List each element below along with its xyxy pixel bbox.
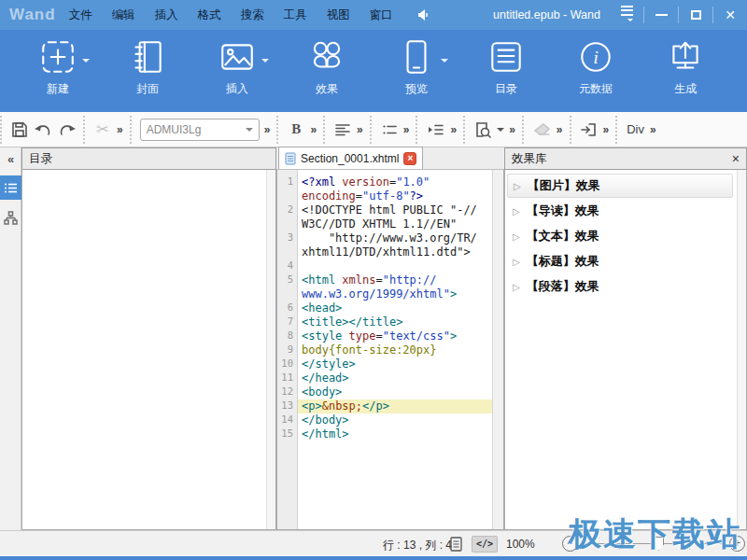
code-line[interactable]: www.w3.org/1999/xhtml"> [298,287,492,301]
expand-triangle-icon[interactable]: ▷ [514,181,521,191]
code-line[interactable]: body{font-size:20px} [298,343,492,357]
font-family-select[interactable]: ADMUI3Lg [140,119,260,141]
code-line[interactable] [298,259,492,273]
editor-tabbar: Section_0001.xhtml × [276,147,504,170]
tab-close-button[interactable]: × [403,152,416,165]
code-line[interactable]: W3C//DTD XHTML 1.1//EN" [298,217,492,231]
code-line[interactable]: </html> [298,427,492,441]
hamburger-icon [621,6,633,25]
code-line[interactable]: "http://www.w3.org/TR/ [298,231,492,245]
overflow-chevron[interactable]: » [447,123,459,136]
overflow-chevron[interactable]: » [307,123,319,136]
toc-panel-body[interactable] [21,170,276,530]
code-line[interactable]: encoding="utf-8"?> [298,189,492,203]
expand-triangle-icon[interactable]: ▷ [513,257,520,267]
overflow-chevron[interactable]: » [354,123,366,136]
new-button[interactable]: 新建 [13,35,103,107]
document-view-button[interactable] [450,537,462,555]
chevron-down-icon[interactable] [82,59,90,66]
metadata-button[interactable]: i 元数据 [551,35,641,107]
menu-insert[interactable]: 插入 [155,7,178,23]
insert-break-group: » [570,116,616,144]
window-bottom-border [0,556,747,560]
overflow-chevron[interactable]: » [114,123,126,136]
effects-item-guide[interactable]: ▷ 【导读】效果 [507,199,733,223]
menu-edit[interactable]: 编辑 [112,7,135,23]
minimize-button[interactable] [644,0,678,30]
overflow-chevron[interactable]: » [647,123,659,136]
quick-menu-button[interactable] [610,0,643,30]
code-area[interactable]: 123456789101112131415 <?xml version="1.0… [276,170,504,530]
chevron-down-icon[interactable] [441,59,448,66]
code-line[interactable]: </style> [298,357,492,371]
editor-scrollbar[interactable] [492,170,503,529]
insert-into-button[interactable] [578,118,600,142]
code-line[interactable]: <!DOCTYPE html PUBLIC "-// [298,203,492,217]
menu-tools[interactable]: 工具 [284,7,307,23]
overflow-chevron[interactable]: » [554,123,566,136]
overflow-chevron[interactable]: » [261,123,274,136]
overflow-chevron[interactable]: » [401,123,413,136]
effects-panel-close-button[interactable]: × [732,151,740,166]
collapse-panel-button[interactable]: « [0,147,21,170]
effects-item-image[interactable]: ▷ 【图片】效果 [507,174,733,198]
chevron-down-icon[interactable] [261,59,269,66]
search-document-button[interactable] [472,118,495,142]
tab-section-0001[interactable]: Section_0001.xhtml × [278,147,423,169]
bullet-list-button[interactable] [378,118,401,142]
structure-view-button[interactable] [0,205,21,230]
insert-button[interactable]: 插入 [192,35,282,107]
effects-icon [307,35,346,79]
menu-file[interactable]: 文件 [69,7,92,23]
toc-view-button[interactable] [0,175,21,200]
cut-button[interactable]: ✂ [92,118,114,142]
effects-item-title[interactable]: ▷ 【标题】效果 [507,249,733,273]
bold-button[interactable]: B [285,118,307,142]
code-view-button[interactable]: </> [472,536,498,553]
toc-button[interactable]: 目录 [461,35,551,107]
code-line[interactable]: </head> [298,371,492,385]
cursor-position-label: 行 : 13 , 列 : 4 [383,538,452,553]
maximize-button[interactable] [679,0,712,30]
menu-search[interactable]: 搜索 [241,7,264,23]
effects-scrollbar[interactable] [737,170,746,529]
code-line-current[interactable]: <p>&nbsp;</p> [298,399,492,413]
code-line[interactable]: <?xml version="1.0" [298,175,492,189]
code-lines[interactable]: <?xml version="1.0"encoding="utf-8"?><!D… [298,170,492,529]
undo-button[interactable] [31,118,55,142]
generate-button[interactable]: 生成 [641,35,730,107]
redo-button[interactable] [55,118,79,142]
save-button[interactable] [8,118,31,142]
close-button[interactable]: ✕ [713,0,747,30]
indent-button[interactable] [424,118,447,142]
speaker-icon[interactable] [417,8,430,21]
menu-window[interactable]: 窗口 [370,7,393,23]
code-line[interactable]: <html xmlns="http:// [298,273,492,287]
code-line[interactable]: <title></title> [298,315,492,329]
toc-scrollbar[interactable] [266,170,275,529]
overflow-chevron[interactable]: » [506,123,518,136]
overflow-chevron[interactable]: » [600,123,613,136]
code-line[interactable]: <head> [298,301,492,315]
preview-button[interactable]: 预览 [372,35,461,107]
div-button[interactable]: Div [624,118,647,142]
menu-format[interactable]: 格式 [198,7,221,23]
code-line[interactable]: xhtml11/DTD/xhtml11.dtd"> [298,245,492,259]
line-number: 5 [277,273,297,287]
effects-button[interactable]: 效果 [282,35,372,107]
cover-button[interactable]: 封面 [103,35,192,107]
expand-triangle-icon[interactable]: ▷ [513,282,520,292]
eraser-icon[interactable] [530,118,554,142]
code-line[interactable]: </body> [298,413,492,427]
align-left-button[interactable] [331,118,354,142]
expand-triangle-icon[interactable]: ▷ [513,206,520,217]
code-line[interactable]: <style type="text/css"> [298,329,492,343]
expand-triangle-icon[interactable]: ▷ [513,231,520,242]
effects-panel: 效果库 × ▷ 【图片】效果 ▷ 【导读】效果 ▷ 【文本】效果 [504,147,747,530]
chevron-down-icon[interactable] [497,128,504,135]
line-number: 14 [277,413,297,427]
code-line[interactable]: <body> [298,385,492,399]
effects-item-paragraph[interactable]: ▷ 【段落】效果 [507,274,733,299]
menu-view[interactable]: 视图 [327,7,350,23]
effects-item-text[interactable]: ▷ 【文本】效果 [507,224,733,248]
